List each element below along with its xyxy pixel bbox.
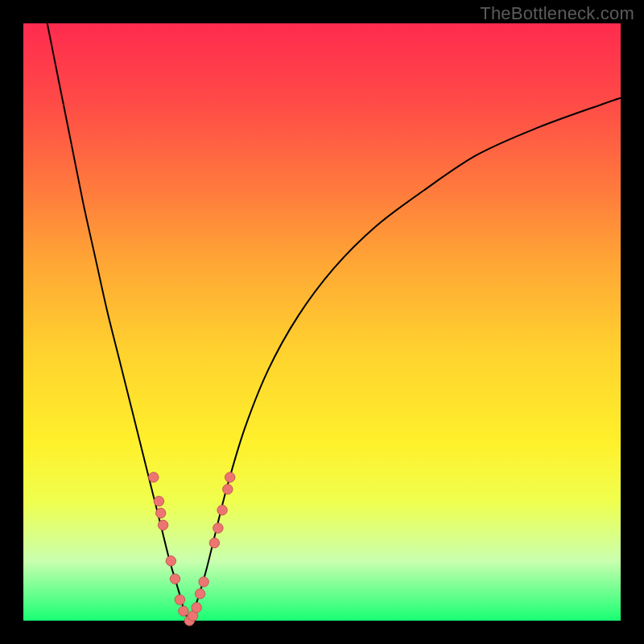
- data-marker: [195, 588, 204, 598]
- chart-svg: [23, 23, 621, 621]
- data-marker: [175, 595, 184, 605]
- data-marker: [158, 520, 167, 530]
- watermark-text: TheBottleneck.com: [480, 3, 634, 24]
- data-marker: [154, 496, 163, 506]
- data-marker: [223, 485, 233, 494]
- marker-group: [149, 473, 235, 626]
- data-marker: [217, 506, 227, 515]
- data-marker: [192, 603, 201, 613]
- plot-area: [23, 23, 621, 621]
- data-marker: [199, 577, 208, 587]
- chart-frame: TheBottleneck.com: [0, 0, 644, 644]
- data-marker: [170, 574, 180, 584]
- data-marker: [156, 508, 166, 518]
- curve-right-branch: [189, 98, 621, 621]
- data-marker: [209, 538, 219, 547]
- data-marker: [166, 556, 175, 566]
- curve-left-branch: [47, 23, 190, 621]
- data-marker: [149, 473, 159, 482]
- data-marker: [179, 606, 188, 616]
- data-marker: [213, 523, 223, 533]
- data-marker: [225, 473, 235, 482]
